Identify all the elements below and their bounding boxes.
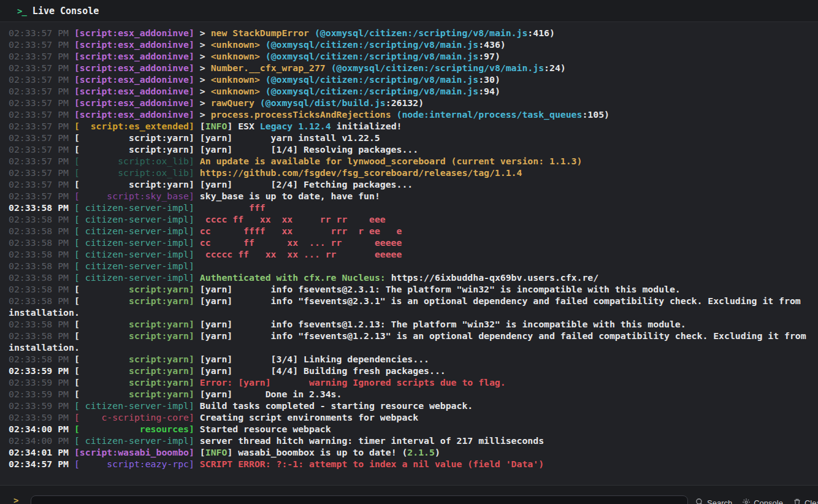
- timestamp: 02:33:59 PM: [9, 412, 74, 422]
- console-line: 02:33:57 PM [script:esx_addoninve] > pro…: [9, 109, 818, 120]
- timestamp: 02:33:57 PM: [9, 51, 74, 61]
- timestamp: 02:34:57 PM: [9, 459, 74, 469]
- console-line: 02:33:58 PM [ citizen-server-impl] Authe…: [9, 272, 818, 283]
- console-line: 02:33:57 PM [ script:es_extended] [INFO]…: [9, 120, 818, 132]
- timestamp: 02:33:57 PM: [9, 179, 74, 189]
- console-line: 02:33:57 PM [script:esx_addoninve] > Num…: [9, 62, 818, 74]
- console-line: 02:33:59 PM [ script:yarn] [yarn] [4/4] …: [9, 365, 818, 376]
- console-line: 02:33:58 PM [ citizen-server-impl] cc ff…: [9, 237, 818, 248]
- console-line: 02:33:57 PM [script:esx_addoninve] > <un…: [9, 74, 818, 85]
- console-line: 02:33:58 PM [ citizen-server-impl] ccccc…: [9, 248, 818, 260]
- timestamp: 02:33:57 PM: [9, 144, 74, 155]
- console-line: 02:34:01 PM [script:wasabi_boombo] [INFO…: [9, 446, 818, 458]
- timestamp: 02:33:58 PM: [9, 249, 74, 259]
- timestamp: 02:33:58 PM: [9, 214, 74, 224]
- timestamp: 02:33:59 PM: [9, 400, 74, 411]
- search-button-label: Search: [707, 498, 732, 504]
- timestamp: 02:33:58 PM: [9, 272, 74, 283]
- console-line: 02:33:57 PM [ script:yarn] [yarn] [2/4] …: [9, 178, 818, 190]
- timestamp: 02:34:00 PM: [9, 435, 74, 446]
- console-line: 02:33:59 PM [ c-scripting-core] Creating…: [9, 411, 818, 423]
- timestamp: 02:34:01 PM: [9, 447, 74, 457]
- console-line: 02:33:59 PM [ citizen-server-impl] Build…: [9, 400, 818, 411]
- timestamp: 02:33:58 PM: [9, 226, 74, 236]
- console-line: 02:33:58 PM [ script:yarn] [yarn] info "…: [9, 330, 818, 353]
- command-input[interactable]: [31, 495, 688, 504]
- timestamp: 02:33:58 PM: [9, 354, 74, 364]
- console-line: 02:33:58 PM [ citizen-server-impl] cccc …: [9, 213, 818, 225]
- console-line: 02:33:57 PM [script:esx_addoninve] > new…: [9, 27, 818, 39]
- timestamp: 02:33:57 PM: [9, 86, 74, 96]
- timestamp: 02:33:57 PM: [9, 63, 74, 73]
- console-line: 02:33:59 PM [ script:yarn] [yarn] Done i…: [9, 388, 818, 400]
- console-button[interactable]: Console: [742, 498, 783, 504]
- console-line: 02:33:57 PM [script:esx_addoninve] > <un…: [9, 85, 818, 97]
- console-line: 02:34:57 PM [ script:eazy-rpc] SCRIPT ER…: [9, 458, 818, 470]
- timestamp: 02:33:58 PM: [9, 261, 74, 271]
- timestamp: 02:33:58 PM: [9, 202, 74, 213]
- timestamp: 02:33:59 PM: [9, 389, 74, 399]
- timestamp: 02:33:57 PM: [9, 191, 74, 201]
- timestamp: 02:33:58 PM: [9, 296, 74, 306]
- page-title: Live Console: [32, 6, 99, 17]
- header-bar: >_ Live Console: [0, 0, 818, 22]
- timestamp: 02:33:57 PM: [9, 39, 74, 50]
- console-log[interactable]: 02:33:57 PM [script:esx_addoninve] > new…: [0, 22, 818, 485]
- trash-icon: [793, 498, 801, 504]
- timestamp: 02:33:59 PM: [9, 377, 74, 388]
- console-line: 02:33:57 PM [ script:ox_lib] https://git…: [9, 167, 818, 178]
- timestamp: 02:33:57 PM: [9, 121, 74, 131]
- console-line: 02:33:57 PM [ script:sky_base] sky_base …: [9, 190, 818, 202]
- timestamp: 02:33:58 PM: [9, 330, 74, 341]
- timestamp: 02:33:59 PM: [9, 365, 74, 376]
- terminal-prompt-icon: >_: [17, 6, 26, 16]
- timestamp: 02:33:57 PM: [9, 156, 74, 166]
- timestamp: 02:33:57 PM: [9, 28, 74, 38]
- console-line: 02:33:57 PM [script:esx_addoninve] > <un…: [9, 39, 818, 50]
- console-line: 02:33:57 PM [script:esx_addoninve] > <un…: [9, 50, 818, 62]
- console-line: 02:33:57 PM [ script:yarn] [yarn] [1/4] …: [9, 143, 818, 155]
- timestamp: 02:33:57 PM: [9, 97, 74, 108]
- prompt-icon: >: [13, 495, 18, 504]
- footer-buttons: Search Console Clear: [695, 498, 818, 504]
- console-line: 02:33:59 PM [ script:yarn] Error: [yarn]…: [9, 376, 818, 388]
- console-line: 02:34:00 PM [ resources] Started resourc…: [9, 423, 818, 435]
- timestamp: 02:33:58 PM: [9, 237, 74, 248]
- timestamp: 02:33:57 PM: [9, 167, 74, 178]
- timestamp: 02:33:57 PM: [9, 132, 74, 143]
- search-button[interactable]: Search: [695, 498, 732, 504]
- timestamp: 02:33:58 PM: [9, 319, 74, 329]
- clear-button[interactable]: Clear: [793, 498, 818, 504]
- console-button-label: Console: [754, 498, 783, 504]
- console-line: 02:33:57 PM [script:esx_addoninve] > raw…: [9, 97, 818, 109]
- console-line: 02:33:58 PM [ citizen-server-impl] cc ff…: [9, 225, 818, 237]
- timestamp: 02:33:58 PM: [9, 284, 74, 294]
- clear-button-label: Clear: [805, 498, 818, 504]
- console-line: 02:33:57 PM [ script:ox_lib] An update i…: [9, 155, 818, 167]
- timestamp: 02:33:57 PM: [9, 109, 74, 120]
- console-line: 02:33:58 PM [ citizen-server-impl]: [9, 260, 818, 272]
- console-line: 02:34:00 PM [ citizen-server-impl] serve…: [9, 435, 818, 446]
- timestamp: 02:33:57 PM: [9, 74, 74, 85]
- console-line: 02:33:58 PM [ script:yarn] [yarn] info f…: [9, 318, 818, 330]
- timestamp: 02:34:00 PM: [9, 424, 74, 434]
- console-line: 02:33:58 PM [ script:yarn] [yarn] info f…: [9, 283, 818, 295]
- console-line: 02:33:57 PM [ script:yarn] [yarn] yarn i…: [9, 132, 818, 143]
- footer-bar: > Search Console: [0, 485, 818, 504]
- gear-icon: [742, 498, 751, 504]
- search-icon: [695, 498, 704, 504]
- console-line: 02:33:58 PM [ script:yarn] [yarn] [3/4] …: [9, 353, 818, 365]
- console-line: 02:33:58 PM [ script:yarn] [yarn] info "…: [9, 295, 818, 318]
- console-line: 02:33:58 PM [ citizen-server-impl] fff: [9, 202, 818, 213]
